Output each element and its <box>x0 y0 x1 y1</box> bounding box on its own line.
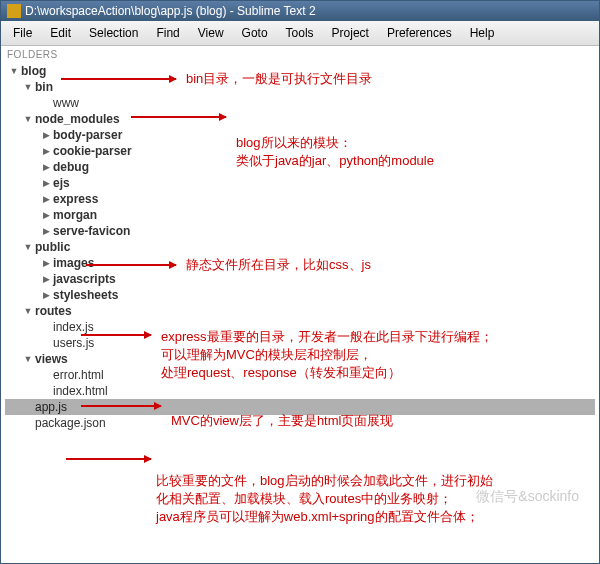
annotation-app-js: 比较重要的文件，blog启动的时候会加载此文件，进行初始 化相关配置、加载模块、… <box>156 472 493 527</box>
tree-folder-ejs[interactable]: ejs <box>5 175 595 191</box>
chevron-down-icon <box>23 82 33 92</box>
annotation-text: express最重要的目录，开发者一般在此目录下进行编程； <box>161 328 493 346</box>
chevron-right-icon <box>41 194 51 204</box>
chevron-down-icon <box>23 114 33 124</box>
annotation-text: 比较重要的文件，blog启动的时候会加载此文件，进行初始 <box>156 472 493 490</box>
tree-folder-public[interactable]: public <box>5 239 595 255</box>
watermark: 微信号&sockinfo <box>476 488 579 506</box>
chevron-right-icon <box>41 162 51 172</box>
app-icon <box>7 4 21 18</box>
menu-goto[interactable]: Goto <box>234 24 276 42</box>
menu-preferences[interactable]: Preferences <box>379 24 460 42</box>
annotation-text: 可以理解为MVC的模块层和控制层， <box>161 346 493 364</box>
content-area: FOLDERS blog bin www node_modules body-p… <box>1 46 599 564</box>
sidebar: FOLDERS blog bin www node_modules body-p… <box>1 46 599 564</box>
tree-file-index-html[interactable]: index.html <box>5 383 595 399</box>
chevron-right-icon <box>41 226 51 236</box>
annotation-node-modules: blog所以来的模块： 类似于java的jar、python的module <box>236 134 434 170</box>
annotation-routes: express最重要的目录，开发者一般在此目录下进行编程； 可以理解为MVC的模… <box>161 328 493 383</box>
folders-header: FOLDERS <box>1 46 599 63</box>
annotation-text: 处理request、response（转发和重定向） <box>161 364 493 382</box>
title-bar: D:\workspaceAction\blog\app.js (blog) - … <box>1 1 599 21</box>
annotation-arrow <box>66 458 151 460</box>
annotation-arrow <box>61 78 176 80</box>
menu-file[interactable]: File <box>5 24 40 42</box>
tree-folder-stylesheets[interactable]: stylesheets <box>5 287 595 303</box>
chevron-right-icon <box>41 210 51 220</box>
menu-selection[interactable]: Selection <box>81 24 146 42</box>
annotation-text: 化相关配置、加载模块、载入routes中的业务映射； <box>156 490 493 508</box>
menu-edit[interactable]: Edit <box>42 24 79 42</box>
menu-view[interactable]: View <box>190 24 232 42</box>
menu-tools[interactable]: Tools <box>278 24 322 42</box>
tree-file-www[interactable]: www <box>5 95 595 111</box>
tree-folder-node-modules[interactable]: node_modules <box>5 111 595 127</box>
annotation-views: MVC的view层了，主要是html页面展现 <box>171 412 393 430</box>
annotation-arrow <box>81 334 151 336</box>
chevron-right-icon <box>41 258 51 268</box>
menu-help[interactable]: Help <box>462 24 503 42</box>
tree-folder-morgan[interactable]: morgan <box>5 207 595 223</box>
chevron-right-icon <box>41 274 51 284</box>
annotation-text: blog所以来的模块： <box>236 134 434 152</box>
chevron-down-icon <box>23 242 33 252</box>
annotation-bin: bin目录，一般是可执行文件目录 <box>186 70 372 88</box>
chevron-right-icon <box>41 130 51 140</box>
window-title: D:\workspaceAction\blog\app.js (blog) - … <box>25 4 316 18</box>
annotation-arrow <box>81 405 161 407</box>
menu-find[interactable]: Find <box>148 24 187 42</box>
annotation-public: 静态文件所在目录，比如css、js <box>186 256 371 274</box>
chevron-right-icon <box>41 146 51 156</box>
chevron-down-icon <box>9 66 19 76</box>
chevron-right-icon <box>41 178 51 188</box>
menu-project[interactable]: Project <box>324 24 377 42</box>
annotation-arrow <box>131 116 226 118</box>
chevron-down-icon <box>23 306 33 316</box>
tree-folder-serve-favicon[interactable]: serve-favicon <box>5 223 595 239</box>
menu-bar: File Edit Selection Find View Goto Tools… <box>1 21 599 46</box>
annotation-arrow <box>86 264 176 266</box>
chevron-right-icon <box>41 290 51 300</box>
annotation-text: 类似于java的jar、python的module <box>236 152 434 170</box>
chevron-down-icon <box>23 354 33 364</box>
tree-folder-routes[interactable]: routes <box>5 303 595 319</box>
annotation-text: java程序员可以理解为web.xml+spring的配置文件合体； <box>156 508 493 526</box>
tree-folder-express[interactable]: express <box>5 191 595 207</box>
